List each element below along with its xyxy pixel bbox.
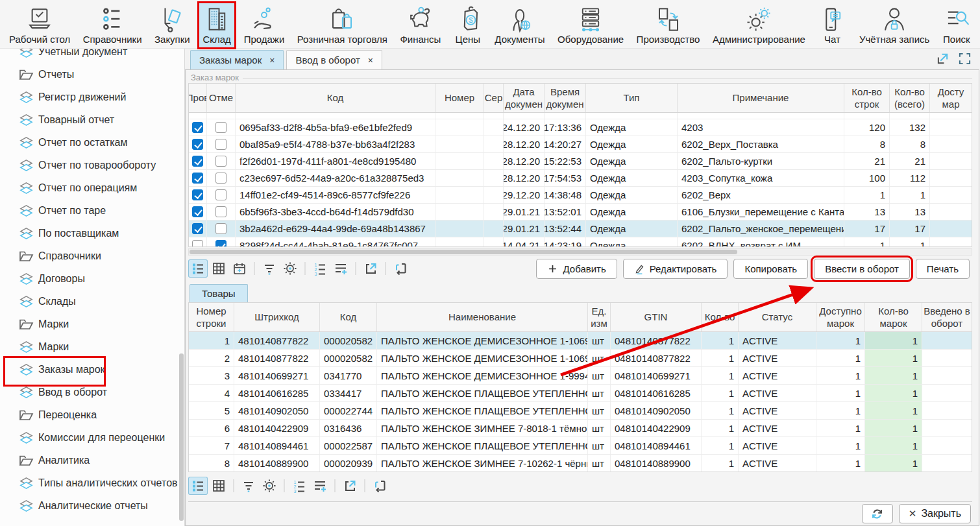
order-row[interactable]	[189, 113, 972, 119]
toolbar-item-purchases[interactable]: Закупки	[151, 3, 194, 48]
sidebar-item-zakazy-marok[interactable]: Заказы марок	[0, 358, 184, 381]
popout-window-icon[interactable]	[936, 52, 949, 67]
toolbar-item-documents[interactable]: Документы	[491, 3, 548, 48]
refresh-button[interactable]	[862, 504, 893, 523]
goods-row-ПАЛЬТО ЖЕНСКОЕ ДЕМИСЕЗОННОЕ 1-9994-1 ч[interactable]: 3 4810140699271 0341770 ПАЛЬТО ЖЕНСКОЕ Д…	[189, 367, 972, 385]
row-marked-checkbox[interactable]	[215, 240, 227, 247]
toolbar-item-account[interactable]: Учётная запись	[855, 3, 934, 48]
column-header[interactable]: Время докумен	[545, 84, 586, 112]
sidebar-item-otchet-po-ostatkam[interactable]: Отчет по остаткам	[0, 131, 184, 154]
column-header[interactable]: Номер	[435, 84, 484, 112]
tab-vvod-v-oborot[interactable]: Ввод в оборот ×	[286, 50, 382, 69]
order-row[interactable]: c23ec697-6d52-44a9-a20c-61a328875ed3 28.…	[189, 170, 972, 187]
order-row[interactable]: 14ff01e2-cf49-4514-89c6-8577cf9fe226 29.…	[189, 187, 972, 204]
goods-row-ПАЛЬТО ЖЕНСКОЕ ПЛАЩЕВОЕ УТЕПЛЕННОЕ 5[interactable]: 7 4810140894461 000022587 ПАЛЬТО ЖЕНСКОЕ…	[189, 437, 972, 455]
toolbar-icon-button-grid-view[interactable]	[209, 259, 228, 278]
sidebar-item-tovarny-otchet[interactable]: Товарный отчет	[0, 108, 184, 131]
toolbar-icon-button-add-list[interactable]	[331, 259, 350, 278]
tab-zakazy-marok[interactable]: Заказы марок ×	[190, 50, 284, 69]
toolbar-item-catalogs[interactable]: Справочники	[79, 3, 146, 48]
toolbar-icon-button[interactable]	[331, 477, 339, 495]
sidebar-item-uchetny-dokument[interactable]: Учетный документ	[0, 49, 184, 63]
toolbar-icon-button-list-view[interactable]	[188, 259, 208, 278]
column-header[interactable]: Сер	[484, 84, 504, 112]
toolbar-icon-button-add-list[interactable]	[310, 477, 330, 495]
sidebar-item-komissii-dlya-pereotsenki[interactable]: Комиссии для переоценки	[0, 426, 184, 449]
row-marked-checkbox[interactable]	[215, 139, 227, 150]
column-header[interactable]: Номер строки	[189, 303, 234, 331]
goods-row-ПАЛЬТО ЖЕНСКОЕ ДЕМИСЕЗОННОЕ 1-10698-1[interactable]: 1 4810140877822 000020582 ПАЛЬТО ЖЕНСКОЕ…	[189, 332, 972, 350]
introduce-button[interactable]: Ввести в оборот	[814, 259, 910, 279]
orders-horizontal-scrollbar[interactable]	[188, 248, 972, 256]
sidebar-scrollbar[interactable]	[179, 353, 184, 521]
order-row[interactable]: 8298f24d-cc44-4bab-81e9-1c84767fc007 14.…	[189, 237, 972, 247]
order-row[interactable]: 6b5f96f3-3be3-4ccd-b64d-f14d579dfd30 29.…	[189, 204, 972, 221]
row-checked-checkbox[interactable]	[192, 189, 203, 200]
sidebar-item-registr-dvizheniy[interactable]: Регистр движений	[0, 86, 184, 108]
toolbar-icon-button[interactable]	[280, 477, 288, 495]
toolbar-icon-button-grid-view[interactable]	[209, 477, 228, 495]
row-checked-checkbox[interactable]	[192, 139, 203, 150]
sidebar-item-po-postavshchikam[interactable]: По поставщикам	[0, 222, 184, 245]
goods-row-ПАЛЬТО ЖЕНСКОЕ ДЕМИСЕЗОННОЕ 1-10698-1[interactable]: 2 4810140877822 000020582 ПАЛЬТО ЖЕНСКОЕ…	[189, 350, 972, 367]
sidebar-item-tipy-analiticheskikh-otchetov[interactable]: Типы аналитических отчетов	[0, 472, 184, 494]
column-header[interactable]: Код	[320, 303, 377, 331]
toolbar-item-sales[interactable]: Продажи	[240, 3, 289, 48]
toolbar-icon-button-settings[interactable]	[260, 477, 279, 495]
toolbar-icon-button-filter[interactable]	[260, 259, 279, 278]
goods-row-ПАЛЬТО ЖЕНСКОЕ ЗИМНЕЕ 7-8018-1 тёмно-бе[interactable]: 6 4810140422909 0316436 ПАЛЬТО ЖЕНСКОЕ З…	[189, 420, 972, 437]
toolbar-icon-button-reload[interactable]	[391, 259, 410, 278]
column-header[interactable]: Тип	[586, 84, 678, 112]
toolbar-item-search[interactable]: Поиск	[938, 3, 975, 48]
toolbar-item-finance[interactable]: Финансы	[396, 3, 445, 48]
sidebar-item-dogovory[interactable]: Договоры	[0, 267, 184, 290]
toolbar-icon-button-open-external[interactable]	[361, 259, 380, 278]
column-header[interactable]: Наименование	[377, 303, 588, 331]
sidebar-item-spravochniki[interactable]: Справочники	[0, 245, 184, 267]
row-checked-checkbox[interactable]	[192, 122, 203, 133]
sidebar-item-otchet-po-operatsiyam[interactable]: Отчет по операциям	[0, 176, 184, 199]
edit-button[interactable]: Редактировать	[623, 259, 728, 279]
order-row[interactable]: 0baf85a9-e5f4-4788-b37e-bb63a4f2f283 28.…	[189, 136, 972, 153]
fullscreen-icon[interactable]	[958, 52, 972, 67]
toolbar-icon-button-reload[interactable]	[370, 477, 389, 495]
toolbar-icon-button-numbered-list[interactable]: 123	[310, 259, 330, 278]
column-header[interactable]: Статус	[739, 303, 816, 331]
toolbar-item-prices[interactable]: $ Цены	[450, 3, 486, 48]
column-header[interactable]: Кол-во марок	[865, 303, 922, 331]
column-header[interactable]: Кол-во	[702, 303, 739, 331]
toolbar-item-retail[interactable]: Розничная торговля	[293, 3, 391, 48]
toolbar-icon-button-open-external[interactable]	[340, 477, 360, 495]
sidebar-item-analiticheskie-otchety[interactable]: Аналитические отчеты	[0, 494, 184, 517]
toolbar-icon-button[interactable]	[301, 259, 309, 278]
order-row[interactable]: 3b2a462d-e629-44a4-99de-69a48b143867 29.…	[189, 221, 972, 237]
toolbar-icon-button[interactable]	[230, 477, 238, 495]
column-header[interactable]: GTIN	[611, 303, 702, 331]
toolbar-icon-button[interactable]	[352, 259, 360, 278]
row-marked-checkbox[interactable]	[215, 189, 227, 200]
sidebar-item-pereotsenka[interactable]: Переоценка	[0, 403, 184, 426]
column-header[interactable]: Доступно марок	[816, 303, 865, 331]
add-button[interactable]: Добавить	[536, 259, 617, 279]
row-checked-checkbox[interactable]	[192, 240, 203, 247]
sidebar-item-otchety[interactable]: Отчеты	[0, 63, 184, 86]
column-header[interactable]: Пров	[189, 84, 207, 112]
row-checked-checkbox[interactable]	[192, 223, 203, 234]
tab-close-icon[interactable]: ×	[368, 55, 373, 66]
goods-row-ПАЛЬТО ЖЕНСКОЕ ПЛАЩЕВОЕ УТЕПЛЕННОЕ 5[interactable]: 5 4810140902050 000022744 ПАЛЬТО ЖЕНСКОЕ…	[189, 402, 972, 420]
column-header[interactable]: Кол-во (всего)	[890, 84, 930, 112]
sidebar-item-vvod-v-oborot[interactable]: Ввод в оборот	[0, 381, 184, 403]
row-marked-checkbox[interactable]	[215, 223, 227, 234]
row-marked-checkbox[interactable]	[215, 156, 227, 167]
column-header[interactable]: Отме	[207, 84, 236, 112]
sidebar-item-otchet-po-tovarooborotu[interactable]: Отчет по товарообороту	[0, 154, 184, 176]
column-header[interactable]: Кол-во строк	[844, 84, 890, 112]
toolbar-icon-button[interactable]	[251, 259, 258, 278]
toolbar-icon-button[interactable]	[382, 259, 389, 278]
toolbar-icon-button-numbered-list[interactable]: 123	[289, 477, 309, 495]
toolbar-item-equipment[interactable]: Оборудование	[554, 3, 628, 48]
tab-goods[interactable]: Товары	[190, 284, 248, 302]
row-marked-checkbox[interactable]	[215, 206, 227, 217]
row-checked-checkbox[interactable]	[192, 173, 203, 184]
order-row[interactable]: 0695af33-d2f8-4b5a-bfa9-e6e1bfe2fed9 24.…	[189, 119, 972, 136]
